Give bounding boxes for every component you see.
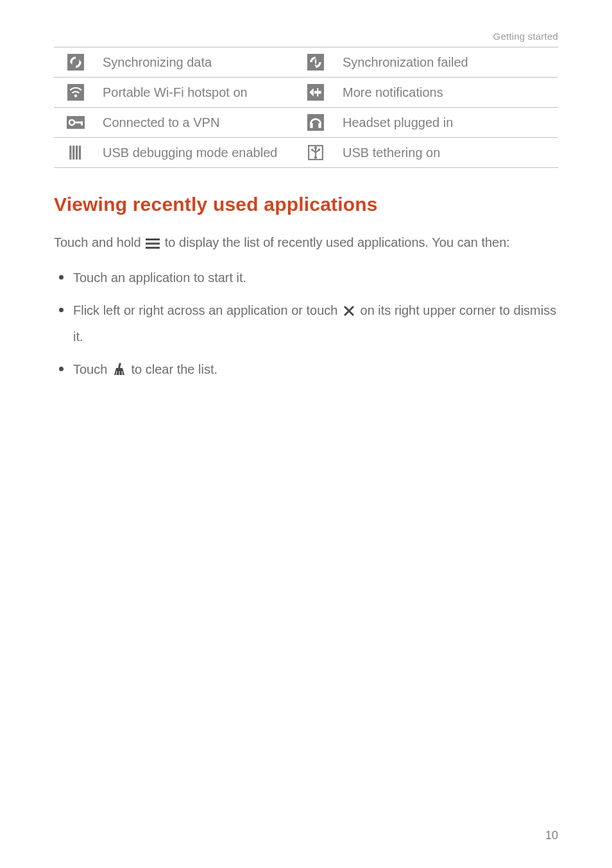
table-row: Connected to a VPN Headset plugged in	[54, 108, 558, 138]
svg-rect-4	[315, 60, 316, 64]
intro-paragraph: Touch and hold to display the list of re…	[54, 231, 558, 257]
table-row: USB debugging mode enabled USB tethering…	[54, 138, 558, 168]
svg-rect-17	[310, 123, 312, 128]
svg-rect-31	[146, 247, 160, 249]
svg-rect-16	[307, 114, 324, 131]
svg-rect-18	[318, 123, 321, 128]
svg-rect-11	[317, 88, 318, 97]
cell-desc: Portable Wi-Fi hotspot on	[98, 78, 294, 108]
table-row: Portable Wi-Fi hotspot on More notificat…	[54, 78, 558, 108]
svg-point-27	[311, 149, 313, 151]
headset-icon	[294, 108, 337, 138]
svg-rect-30	[146, 243, 160, 245]
text-fragment: to display the list of recently used app…	[165, 235, 510, 249]
cell-desc: USB debugging mode enabled	[98, 138, 294, 168]
svg-rect-5	[315, 65, 316, 66]
svg-point-7	[74, 94, 77, 97]
text-fragment: Touch an application to start it.	[73, 271, 246, 285]
list-item: Touch to clear the list.	[54, 358, 558, 384]
svg-rect-15	[81, 122, 83, 126]
cell-desc: More notifications	[337, 78, 558, 108]
svg-point-26	[314, 156, 317, 158]
sync-failed-icon	[294, 47, 337, 78]
status-icons-table: Synchronizing data Synchronization faile…	[54, 47, 558, 168]
table-row: Synchronizing data Synchronization faile…	[54, 47, 558, 78]
vpn-key-icon	[54, 108, 98, 138]
svg-rect-34	[118, 363, 121, 369]
usb-debug-icon	[54, 138, 98, 168]
page: Getting started Synchronizing data	[0, 0, 612, 868]
bullet-list: Touch an application to start it. Flick …	[54, 266, 558, 384]
svg-rect-28	[318, 149, 320, 151]
svg-point-25	[314, 146, 317, 149]
broom-icon	[112, 360, 126, 384]
close-x-icon	[343, 301, 355, 325]
text-fragment: Touch	[73, 362, 111, 376]
section-heading: Viewing recently used applications	[54, 194, 558, 215]
list-item: Flick left or right across an applicatio…	[54, 299, 558, 349]
svg-rect-22	[79, 146, 81, 160]
svg-rect-20	[72, 146, 74, 160]
cell-desc: Headset plugged in	[337, 108, 558, 138]
page-number: 10	[545, 829, 558, 842]
wifi-hotspot-icon	[54, 78, 98, 108]
svg-rect-19	[69, 146, 71, 160]
svg-rect-6	[67, 84, 84, 101]
sync-icon	[54, 47, 98, 78]
svg-rect-29	[146, 238, 160, 240]
text-fragment: to clear the list.	[132, 362, 218, 376]
text-fragment: Touch and hold	[54, 235, 144, 249]
cell-desc: Synchronizing data	[98, 47, 294, 78]
cell-desc: USB tethering on	[337, 138, 558, 168]
usb-tethering-icon	[294, 138, 337, 168]
list-item: Touch an application to start it.	[54, 266, 558, 290]
menu-icon	[146, 233, 160, 257]
text-fragment: Flick left or right across an applicatio…	[73, 303, 341, 317]
running-header: Getting started	[54, 31, 558, 42]
cell-desc: Connected to a VPN	[98, 108, 294, 138]
cell-desc: Synchronization failed	[337, 47, 558, 78]
svg-rect-21	[76, 146, 78, 160]
svg-rect-0	[67, 54, 84, 71]
more-notifications-icon	[294, 78, 337, 108]
